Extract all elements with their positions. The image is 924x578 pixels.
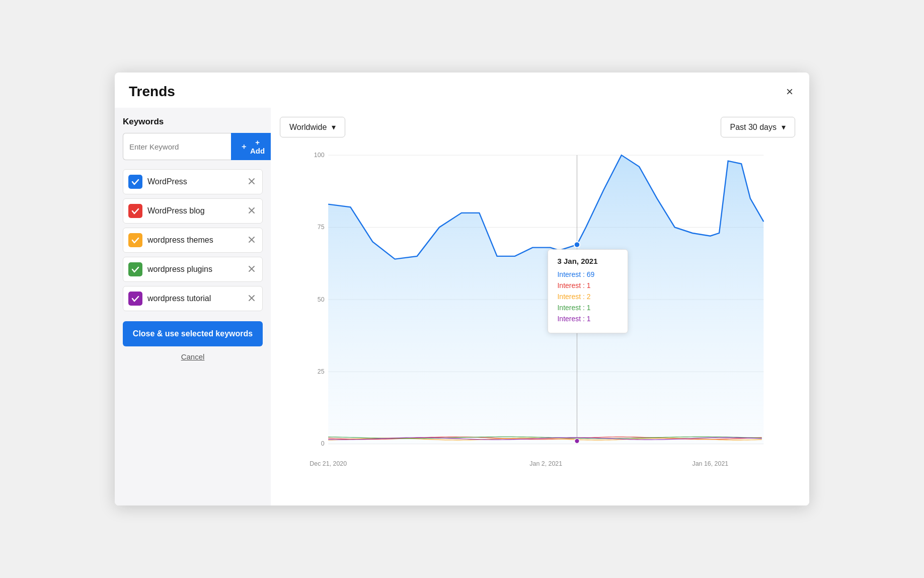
keyword-input[interactable]	[123, 133, 231, 160]
keyword-text: WordPress blog	[147, 206, 241, 215]
svg-text:0: 0	[321, 440, 325, 447]
keywords-label: Keywords	[123, 117, 263, 127]
location-label: Worldwide	[289, 123, 327, 132]
keyword-remove-button[interactable]	[246, 177, 257, 187]
modal-body: Keywords ＋ + Add WordPressWordPress blog…	[115, 108, 809, 505]
keyword-remove-button[interactable]	[246, 264, 257, 274]
sidebar: Keywords ＋ + Add WordPressWordPress blog…	[115, 108, 271, 505]
keyword-remove-button[interactable]	[246, 235, 257, 245]
keyword-list: WordPressWordPress blogwordpress themesw…	[123, 169, 263, 311]
svg-point-22	[575, 439, 580, 444]
close-modal-button[interactable]: ×	[784, 84, 795, 100]
modal-header: Trends ×	[115, 73, 809, 108]
svg-text:25: 25	[318, 368, 325, 375]
svg-text:Dec 21, 2020: Dec 21, 2020	[310, 460, 347, 467]
period-dropdown[interactable]: Past 30 days ▾	[721, 117, 796, 137]
trends-modal: Trends × Keywords ＋ + Add WordPressWordP…	[115, 73, 809, 505]
chart-area: Worldwide ▾ Past 30 days ▾ 0255075100	[271, 108, 809, 505]
chevron-down-icon: ▾	[332, 122, 336, 132]
svg-point-21	[574, 242, 580, 247]
keyword-text: wordpress plugins	[147, 265, 241, 274]
keyword-item: wordpress tutorial	[123, 286, 263, 311]
add-keyword-button[interactable]: ＋ + Add	[231, 133, 274, 160]
svg-text:Jan 2, 2021: Jan 2, 2021	[529, 460, 562, 467]
keyword-checkbox[interactable]	[128, 175, 142, 189]
location-dropdown[interactable]: Worldwide ▾	[280, 117, 345, 137]
keyword-item: WordPress blog	[123, 198, 263, 224]
svg-text:Jan 16, 2021: Jan 16, 2021	[692, 460, 728, 467]
close-use-button[interactable]: Close & use selected keywords	[123, 321, 263, 346]
keyword-text: wordpress tutorial	[147, 294, 241, 303]
keyword-text: wordpress themes	[147, 236, 241, 245]
modal-title: Trends	[129, 84, 175, 100]
keyword-text: WordPress	[147, 177, 241, 186]
chevron-down-icon-2: ▾	[782, 122, 786, 132]
plus-icon: ＋	[240, 142, 248, 152]
keyword-item: wordpress plugins	[123, 257, 263, 282]
keyword-checkbox[interactable]	[128, 204, 142, 218]
chart-wrapper: 0255075100 Dec 21, 2020 Jan 2, 2021 Jan …	[280, 146, 795, 491]
keyword-item: wordpress themes	[123, 228, 263, 253]
chart-svg-container: 0255075100 Dec 21, 2020 Jan 2, 2021 Jan …	[280, 146, 795, 473]
cancel-button[interactable]: Cancel	[123, 352, 263, 361]
add-label: + Add	[250, 138, 265, 155]
keyword-checkbox[interactable]	[128, 262, 142, 276]
keyword-checkbox[interactable]	[128, 233, 142, 247]
svg-text:100: 100	[314, 152, 325, 159]
chart-controls: Worldwide ▾ Past 30 days ▾	[280, 117, 795, 137]
keyword-checkbox[interactable]	[128, 292, 142, 306]
keyword-item: WordPress	[123, 169, 263, 194]
keyword-remove-button[interactable]	[246, 294, 257, 304]
svg-text:75: 75	[318, 224, 325, 231]
svg-text:50: 50	[318, 296, 325, 303]
keyword-remove-button[interactable]	[246, 206, 257, 216]
keyword-input-row: ＋ + Add	[123, 133, 263, 160]
period-label: Past 30 days	[730, 123, 777, 132]
